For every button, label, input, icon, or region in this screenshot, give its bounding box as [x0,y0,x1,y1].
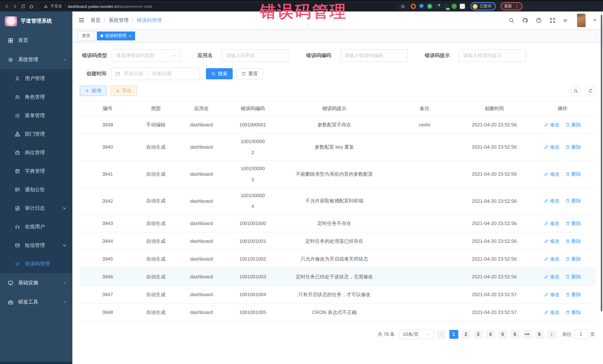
error-hint-input[interactable]: 请输入错误码提示 [459,49,526,62]
pencil-icon [544,239,548,243]
window-scrollbar[interactable] [601,15,602,311]
prev-page-button[interactable] [437,330,446,339]
avatar-caret-down-icon[interactable] [593,20,596,22]
sidebar-item-label: 首页 [18,37,67,44]
tag-0[interactable]: 首页 [78,31,94,40]
edit-link[interactable]: 修改 [544,220,560,227]
next-page-button[interactable] [547,330,556,339]
font-size-icon[interactable]: tT [563,17,569,23]
page-button-1[interactable]: 1 [449,330,458,339]
page-button-8[interactable]: 8 [535,330,544,339]
page-size-select[interactable]: 10条/页 [399,330,434,339]
profile-paused-chip[interactable]: 已暂停 [471,2,496,10]
extension-v-icon[interactable]: V [427,4,432,9]
cell-hint: CRON 表达式不正确 [279,307,390,318]
delete-link[interactable]: 删除 [566,291,581,298]
sidebar-item-6[interactable]: 岗位管理 [0,143,72,162]
browser-forward-icon[interactable] [13,4,17,9]
reset-button[interactable]: 重置 [236,68,263,79]
sidebar-item-0[interactable]: 首页 [0,31,72,50]
edit-link[interactable]: 修改 [544,238,560,245]
delete-link[interactable]: 删除 [566,274,581,280]
refresh-table-button[interactable] [585,86,596,96]
browser-home-icon[interactable] [29,4,34,9]
sidebar-item-1[interactable]: 系统管理 [0,50,72,69]
collapse-sidebar-icon[interactable] [78,17,85,23]
breadcrumb-item-1[interactable]: 系统管理 [109,17,129,23]
edit-link[interactable]: 修改 [544,256,560,263]
browser-menu-icon[interactable] [514,4,519,8]
edit-link[interactable]: 修改 [544,198,560,204]
goto-page-input[interactable]: 1 [574,330,588,339]
sidebar-item-7[interactable]: 字典管理 [0,162,72,180]
page-button-6[interactable]: 6 [510,330,519,339]
extension-grid-icon[interactable] [435,4,441,9]
breadcrumb-item-0[interactable]: 首页 [91,17,101,23]
edit-link[interactable]: 修改 [544,171,560,177]
extension-key-icon[interactable] [452,4,457,9]
sidebar-item-14[interactable]: 研发工具 [0,292,72,312]
sidebar-item-8[interactable]: 通知公告 [0,180,72,199]
delete-link[interactable]: 删除 [566,309,581,316]
sidebar-item-9[interactable]: 审计日志 [0,199,72,218]
github-icon[interactable] [522,17,528,23]
delete-link[interactable]: 删除 [566,144,581,151]
sidebar-item-3[interactable]: 角色管理 [0,88,72,106]
app-logo-row[interactable]: 芋道管理系统 [0,11,72,31]
browser-update-button[interactable]: 更新 [500,2,522,10]
page-button-5[interactable]: 5 [498,330,507,339]
export-button[interactable]: 导出 [110,86,137,96]
error-code-input[interactable]: 请输入错误码编码 [340,49,408,62]
sidebar-item-13[interactable]: 基础设施 [0,273,72,292]
sidebar-item-11[interactable]: 短信管理 [0,236,72,255]
tag-close-icon[interactable]: × [129,33,131,38]
pencil-icon [544,172,548,176]
fullscreen-icon[interactable] [550,17,556,23]
search-icon[interactable] [508,17,514,23]
sidebar-item-10[interactable]: 在线用户 [0,218,72,236]
date-range-picker[interactable]: 开始日期 - 结束日期 [111,67,200,80]
table-row-3939: 3939手动编辑dashboard1001000001参数配置不存在ceshi2… [80,116,596,134]
delete-link[interactable]: 删除 [566,256,581,263]
bookmark-star-icon[interactable] [400,4,405,9]
edit-link[interactable]: 修改 [544,274,560,280]
cell-time: 2021-04-20 23:52:57 [459,290,530,300]
toggle-search-button[interactable] [570,86,581,96]
user-avatar[interactable] [577,13,586,27]
trash-icon [566,292,570,297]
delete-link[interactable]: 删除 [566,198,581,204]
extension-list-icon[interactable]: on [443,4,449,9]
more-pages-button[interactable]: ••• [523,330,532,339]
page-button-4[interactable]: 4 [486,330,495,339]
refresh-table-icon [588,88,593,93]
sidebar-item-4[interactable]: 菜单管理 [0,106,72,125]
page-button-3[interactable]: 3 [474,330,483,339]
edit-link[interactable]: 修改 [544,144,560,151]
delete-link[interactable]: 删除 [566,220,581,227]
delete-link[interactable]: 删除 [566,171,581,177]
app-name-input[interactable]: 请输入应用名 [221,49,289,62]
delete-link[interactable]: 删除 [566,121,581,128]
page-button-2[interactable]: 2 [462,330,470,339]
add-button[interactable]: 新增 [80,86,106,96]
extension-gem-icon[interactable] [419,4,424,9]
edit-link[interactable]: 修改 [544,309,560,316]
search-button[interactable]: 搜索 [206,68,233,79]
extension-orange-icon[interactable] [411,4,416,9]
plus-icon [85,88,89,93]
user-icon [15,76,20,81]
sidebar-item-2[interactable]: 用户管理 [0,69,72,88]
error-type-select[interactable]: 请选择错误码类型 [112,49,181,62]
sidebar-item-5[interactable]: 部门管理 [0,125,72,143]
help-icon[interactable] [536,17,542,23]
table-row-3942: 3942自动生成dashboard100100000 4不允许获取敏感配置到前端… [80,188,596,215]
delete-link[interactable]: 删除 [566,238,581,245]
browser-reload-icon[interactable] [21,4,26,9]
tag-1[interactable]: 错误码管理× [97,31,135,40]
extensions-puzzle-icon[interactable] [460,4,465,9]
browser-back-icon[interactable] [4,4,9,9]
edit-link[interactable]: 修改 [544,121,560,128]
edit-link[interactable]: 修改 [544,291,560,298]
sidebar-item-12[interactable]: 错误码管理 [0,255,72,273]
security-label: 不安全 [50,4,62,9]
